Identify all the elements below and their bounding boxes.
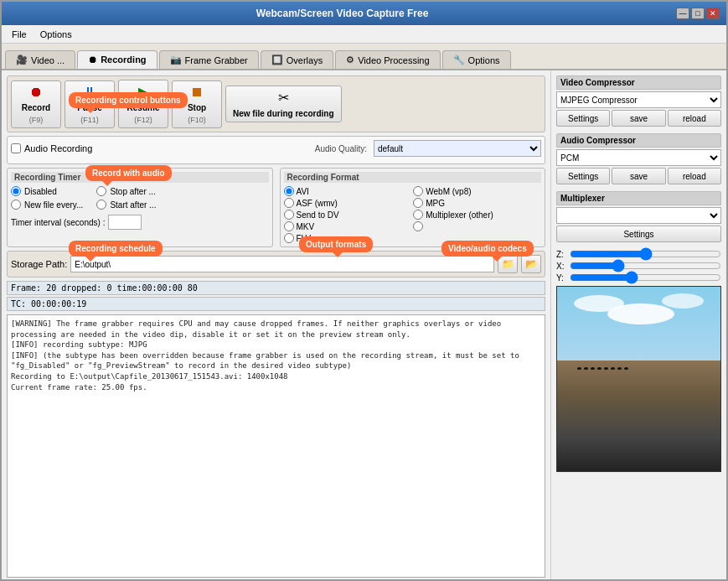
menu-options[interactable]: Options bbox=[34, 28, 79, 41]
audio-compressor-select[interactable]: PCM bbox=[556, 149, 721, 166]
format-flv-radio[interactable] bbox=[284, 233, 294, 243]
cloud-2 bbox=[607, 303, 674, 324]
y-coord-row: Y: bbox=[556, 272, 721, 283]
format-asf-radio[interactable] bbox=[284, 198, 294, 208]
format-mpg-radio[interactable] bbox=[413, 210, 423, 220]
record-button[interactable]: ⏺ Record (F9) bbox=[11, 80, 61, 128]
tab-overlays[interactable]: 🔲 Overlays bbox=[261, 50, 333, 69]
timer-newfile-option: New file every... bbox=[11, 200, 83, 210]
bird-8 bbox=[624, 367, 628, 370]
tab-options[interactable]: 🔧 Options bbox=[442, 50, 511, 69]
video-reload-button[interactable]: reload bbox=[668, 110, 721, 127]
audio-quality-select[interactable]: default bbox=[374, 140, 541, 157]
interval-input[interactable]: 20 bbox=[108, 215, 142, 230]
x-label: X: bbox=[556, 262, 566, 271]
recording-tab-label: Recording bbox=[101, 54, 146, 65]
x-slider[interactable] bbox=[570, 261, 721, 271]
format-mkv-label: MKV bbox=[297, 222, 315, 231]
overlays-tab-label: Overlays bbox=[287, 55, 323, 65]
video-save-button[interactable]: save bbox=[612, 110, 665, 127]
multiplexer-buttons: Settings bbox=[556, 226, 721, 242]
main-content: ⏺ Record (F9) ⏸ Pause (F11) ▶ Resume (F1… bbox=[2, 70, 726, 581]
timer-stop-radio[interactable] bbox=[96, 186, 106, 196]
multiplexer-select[interactable] bbox=[556, 207, 721, 224]
bird-6 bbox=[611, 367, 615, 370]
tab-video[interactable]: 🎥 Video ... bbox=[5, 50, 75, 69]
audio-save-button[interactable]: save bbox=[612, 168, 665, 184]
menu-file[interactable]: File bbox=[5, 28, 34, 41]
coordinates-section: Z: X: Y: bbox=[556, 249, 721, 283]
format-section: Recording Format AVI WebM (vp8) ASF ( bbox=[280, 168, 546, 247]
video-compressor-select[interactable]: MJPEG Compressor bbox=[556, 91, 721, 108]
maximize-button[interactable]: □ bbox=[691, 8, 705, 19]
z-coord-row: Z: bbox=[556, 249, 721, 259]
video-compressor-section: Video Compressor MJPEG Compressor Settin… bbox=[556, 75, 721, 127]
tab-recording[interactable]: ⏺ Recording bbox=[77, 50, 157, 69]
audio-settings-button[interactable]: Settings bbox=[556, 168, 610, 184]
minimize-button[interactable]: — bbox=[676, 8, 689, 19]
timer-start-radio[interactable] bbox=[96, 200, 106, 210]
timer-disabled-option: Disabled bbox=[11, 186, 83, 196]
audio-reload-button[interactable]: reload bbox=[668, 168, 721, 184]
audio-compressor-section: Audio Compressor PCM Settings save reloa… bbox=[556, 133, 721, 184]
timer-newfile-radio[interactable] bbox=[11, 200, 21, 210]
tooltip-formats: Output formats bbox=[299, 236, 373, 252]
video-tab-label: Video ... bbox=[31, 55, 65, 65]
new-file-button[interactable]: ✂ New file during recording bbox=[225, 86, 342, 122]
interval-label: Timer interval (seconds) : bbox=[11, 218, 105, 227]
timer-disabled-radio[interactable] bbox=[11, 186, 21, 196]
format-multiplexer-radio[interactable] bbox=[413, 221, 423, 231]
timer-left-options: Disabled New file every... bbox=[11, 186, 83, 211]
format-webm-radio[interactable] bbox=[413, 198, 423, 208]
tabs-bar: 🎥 Video ... ⏺ Recording 📷 Frame Grabber … bbox=[2, 44, 726, 70]
format-avi-radio[interactable] bbox=[284, 186, 294, 196]
log-area: [WARNING] The frame grabber requires CPU… bbox=[7, 314, 545, 578]
format-mkv-radio[interactable] bbox=[284, 221, 294, 231]
format-mp4-radio[interactable] bbox=[413, 186, 423, 196]
overlays-tab-icon: 🔲 bbox=[271, 54, 283, 65]
audio-section: Audio Recording Audio Quality: default bbox=[7, 136, 545, 164]
tab-frame-grabber[interactable]: 📷 Frame Grabber bbox=[159, 50, 259, 69]
y-slider[interactable] bbox=[570, 272, 721, 283]
open-folder-button[interactable]: 📂 bbox=[521, 255, 541, 273]
status-rows: Frame: 20 dropped: 0 time:00:00:00 80 TC… bbox=[7, 281, 545, 311]
format-title: Recording Format bbox=[284, 172, 542, 183]
tooltip-audio: Record with audio bbox=[85, 165, 172, 181]
format-sendtodv: Send to DV bbox=[284, 210, 412, 220]
scissors-icon: ✂ bbox=[278, 90, 289, 106]
format-sendtodv-radio[interactable] bbox=[284, 210, 294, 220]
format-mp4: WebM (vp8) bbox=[413, 186, 541, 196]
timer-start-label: Start after ... bbox=[110, 200, 156, 210]
options-tab-icon: 🔧 bbox=[453, 54, 465, 65]
bird-5 bbox=[604, 367, 608, 370]
format-mpg: Multiplexer (other) bbox=[413, 210, 541, 220]
audio-checkbox-group: Audio Recording bbox=[11, 143, 92, 153]
title-bar: Webcam/Screen Video Capture Free — □ ✕ bbox=[2, 2, 726, 25]
video-preview bbox=[556, 286, 721, 472]
format-avi: AVI bbox=[284, 186, 412, 196]
video-settings-button[interactable]: Settings bbox=[556, 110, 610, 127]
storage-input[interactable] bbox=[70, 256, 494, 272]
video-tab-icon: 🎥 bbox=[16, 54, 28, 65]
multiplexer-settings-button[interactable]: Settings bbox=[556, 226, 721, 242]
audio-label: Audio Recording bbox=[24, 143, 92, 153]
video-compressor-title: Video Compressor bbox=[556, 75, 721, 90]
format-grid: AVI WebM (vp8) ASF (wmv) MPG bbox=[284, 186, 542, 243]
z-slider[interactable] bbox=[570, 249, 721, 259]
timer-disabled-label: Disabled bbox=[24, 187, 57, 196]
format-multiplexer bbox=[413, 221, 541, 231]
audio-checkbox[interactable] bbox=[11, 143, 21, 153]
bird-4 bbox=[597, 367, 602, 370]
options-tab-label: Options bbox=[468, 55, 500, 65]
x-coord-row: X: bbox=[556, 261, 721, 271]
window-controls: — □ ✕ bbox=[676, 8, 720, 19]
multiplexer-section: Multiplexer Settings bbox=[556, 191, 721, 242]
video-processing-tab-icon: ⚙ bbox=[346, 54, 354, 65]
tab-video-processing[interactable]: ⚙ Video Processing bbox=[335, 50, 440, 69]
left-panel: ⏺ Record (F9) ⏸ Pause (F11) ▶ Resume (F1… bbox=[2, 70, 550, 581]
frame-status: Frame: 20 dropped: 0 time:00:00:00 80 bbox=[7, 281, 545, 295]
audio-compressor-title: Audio Compressor bbox=[556, 133, 721, 148]
format-webm: MPG bbox=[413, 198, 541, 208]
close-button[interactable]: ✕ bbox=[706, 8, 720, 19]
main-window: Webcam/Screen Video Capture Free — □ ✕ F… bbox=[0, 0, 728, 581]
